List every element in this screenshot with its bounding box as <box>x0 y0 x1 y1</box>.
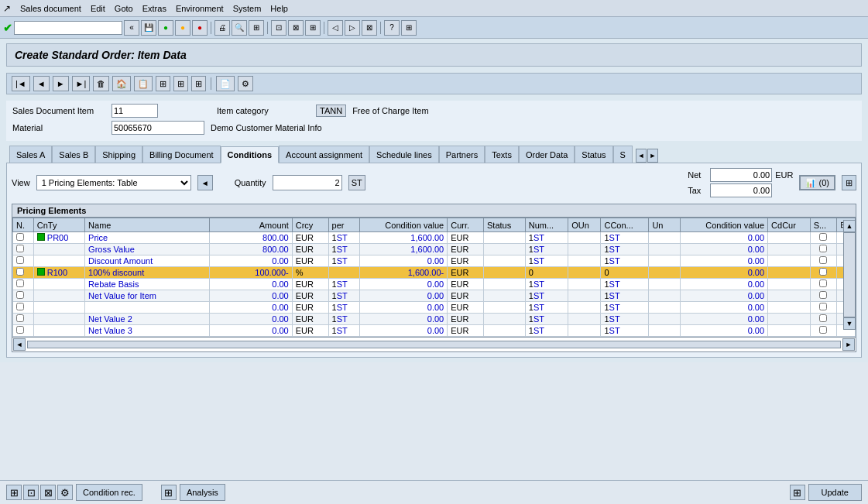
material-input[interactable] <box>112 121 204 135</box>
tab-schedule-lines[interactable]: Schedule lines <box>369 146 439 163</box>
toolbar-command-input[interactable] <box>14 21 122 35</box>
row-checkbox-4[interactable] <box>16 279 24 287</box>
tab-shipping[interactable]: Shipping <box>95 146 142 163</box>
table-row: Net Value 3 0.00 EUR 1ST 0.00 EUR 1ST 1S… <box>13 325 856 337</box>
tab-sales-b[interactable]: Sales B <box>52 146 95 163</box>
nav-first[interactable]: |◄ <box>12 76 30 91</box>
row-checkbox-1[interactable] <box>16 245 24 252</box>
expand-btn[interactable]: ⊞ <box>842 175 856 190</box>
view-back-btn[interactable]: ◄ <box>197 175 213 190</box>
print-btn[interactable]: 🖨 <box>214 20 230 36</box>
bottom-icon4[interactable]: ⚙ <box>57 485 73 500</box>
net-input[interactable] <box>710 168 772 182</box>
tab-status[interactable]: Status <box>575 146 612 163</box>
tab-billing-document[interactable]: Billing Document <box>142 146 221 163</box>
analysis-icon[interactable]: ⊞ <box>161 485 177 500</box>
tool-b[interactable]: ⊞ <box>173 76 188 91</box>
row-s-checkbox-8[interactable] <box>819 326 827 334</box>
cell-num: 1ST <box>525 279 568 290</box>
cell-cnty <box>33 290 84 302</box>
h-scroll-right[interactable]: ► <box>842 338 855 351</box>
bottom-icon3[interactable]: ⊠ <box>40 485 56 500</box>
row-s-checkbox-2[interactable] <box>819 256 827 264</box>
row-s-checkbox-3[interactable] <box>819 268 827 276</box>
row-s-checkbox-0[interactable] <box>819 233 827 241</box>
menu-help[interactable]: Help <box>270 4 288 13</box>
cell-un <box>649 290 680 302</box>
row-checkbox-7[interactable] <box>16 314 24 322</box>
tax-input[interactable] <box>710 183 772 197</box>
delete-btn[interactable]: 🗑 <box>93 76 109 91</box>
nav-settings[interactable]: ⚙ <box>238 76 253 91</box>
nav-btn3[interactable]: ⊠ <box>362 20 377 36</box>
info-button[interactable]: 📊 (0) <box>799 175 835 190</box>
cell-ccon: 1ST <box>601 325 649 337</box>
row-s-checkbox-1[interactable] <box>819 245 827 252</box>
tool-btn3[interactable]: ⊠ <box>288 20 304 36</box>
row-s-checkbox-4[interactable] <box>819 279 827 287</box>
analysis-btn[interactable]: Analysis <box>180 484 225 501</box>
copy-btn[interactable]: 📋 <box>134 76 153 91</box>
tool-btn4[interactable]: ⊞ <box>305 20 321 36</box>
quantity-label: Quantity <box>235 178 266 187</box>
shortcut-btn1[interactable]: ● <box>158 20 173 36</box>
cell-per: 1ST <box>328 302 359 314</box>
nav-btn2[interactable]: ▷ <box>345 20 360 36</box>
help-btn[interactable]: ? <box>384 20 400 36</box>
tab-s[interactable]: S <box>613 146 633 163</box>
row-checkbox-8[interactable] <box>16 326 24 334</box>
tool-a[interactable]: ⊞ <box>156 76 170 91</box>
tool-btn2[interactable]: ⊡ <box>271 20 286 36</box>
tab-order-data[interactable]: Order Data <box>519 146 575 163</box>
cell-un <box>649 255 680 267</box>
tab-texts[interactable]: Texts <box>485 146 519 163</box>
bottom-icon2[interactable]: ⊡ <box>23 485 39 500</box>
row-checkbox-3[interactable] <box>16 268 24 276</box>
row-checkbox-5[interactable] <box>16 291 24 299</box>
nav-last[interactable]: ►| <box>72 76 91 91</box>
row-checkbox-2[interactable] <box>16 256 24 264</box>
tab-account-assignment[interactable]: Account assignment <box>279 146 369 163</box>
h-scroll-bar[interactable]: ◄ ► <box>12 337 856 351</box>
row-s-checkbox-6[interactable] <box>819 303 827 310</box>
condition-rec-btn[interactable]: Condition rec. <box>76 484 142 501</box>
save-btn[interactable]: 💾 <box>141 20 156 36</box>
nav-next[interactable]: ► <box>53 76 69 91</box>
update-icon[interactable]: ⊞ <box>790 485 805 500</box>
tab-sales-a[interactable]: Sales A <box>9 146 52 163</box>
row-checkbox-0[interactable] <box>16 233 24 241</box>
view-select[interactable]: 1 Pricing Elements: Table <box>36 175 191 190</box>
menu-edit[interactable]: Edit <box>91 4 105 13</box>
tool-btn1[interactable]: ⊞ <box>249 20 264 36</box>
h-scroll-left[interactable]: ◄ <box>13 338 26 351</box>
row-s-checkbox-5[interactable] <box>819 291 827 299</box>
update-btn[interactable]: Update <box>808 484 862 501</box>
row-checkbox-6[interactable] <box>16 303 24 310</box>
back-btn[interactable]: « <box>124 20 139 36</box>
menu-extras[interactable]: Extras <box>142 4 166 13</box>
shortcut-btn3[interactable]: ● <box>192 20 208 36</box>
nav-btn1[interactable]: ◁ <box>328 20 343 36</box>
nav-prev[interactable]: ◄ <box>33 76 50 91</box>
tab-scroll-right[interactable]: ► <box>647 149 658 163</box>
tab-partners[interactable]: Partners <box>439 146 485 163</box>
menu-sales-document[interactable]: Sales document <box>20 4 81 13</box>
quantity-input[interactable] <box>273 175 342 190</box>
tool-c[interactable]: ⊞ <box>191 76 206 91</box>
home-btn[interactable]: 🏠 <box>112 76 131 91</box>
cell-s <box>810 314 836 325</box>
bottom-icon1[interactable]: ⊞ <box>6 485 22 500</box>
menu-system[interactable]: System <box>233 4 262 13</box>
tab-conditions[interactable]: Conditions <box>221 146 279 163</box>
v-scroll-down[interactable]: ▼ <box>843 317 856 330</box>
row-s-checkbox-7[interactable] <box>819 314 827 322</box>
menu-goto[interactable]: Goto <box>115 4 133 13</box>
v-scroll-up[interactable]: ▲ <box>843 220 856 232</box>
find-btn[interactable]: 🔍 <box>232 20 247 36</box>
menu-environment[interactable]: Environment <box>176 4 224 13</box>
custom-btn[interactable]: ⊞ <box>401 20 417 36</box>
nav-doc[interactable]: 📄 <box>216 76 235 91</box>
shortcut-btn2[interactable]: ● <box>175 20 190 36</box>
tab-scroll-left[interactable]: ◄ <box>636 149 647 163</box>
sales-doc-item-input[interactable] <box>112 104 158 118</box>
